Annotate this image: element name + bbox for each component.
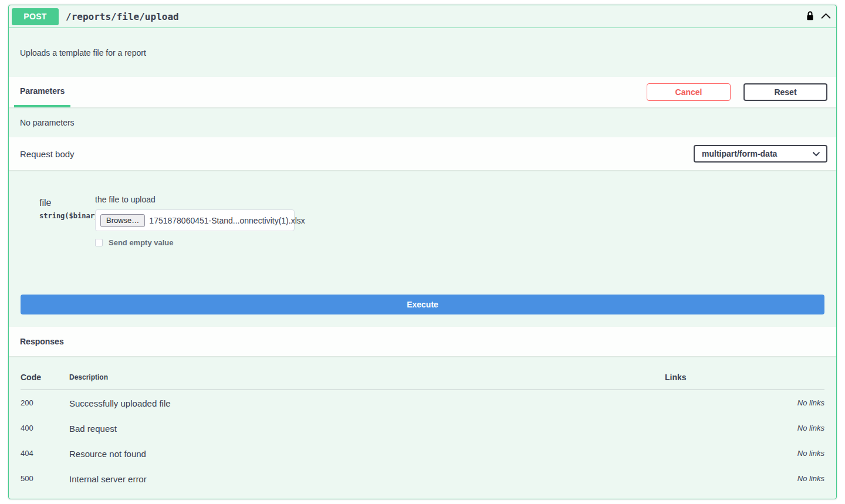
selected-file-name: 1751878060451-Stand...onnectivity(1).xls… [149,216,305,225]
responses-table-wrap: Code Description Links 200 Successfully … [9,356,836,491]
response-description: Bad request [69,415,665,441]
response-description: Resource not found [69,441,665,466]
tab-parameters[interactable]: Parameters [14,77,70,107]
response-links: No links [665,466,824,491]
lock-icon [806,11,814,23]
param-name: file [39,198,95,208]
responses-title: Responses [20,337,64,346]
method-badge: POST [12,8,59,25]
browse-button[interactable]: Browse… [100,214,145,227]
response-code: 400 [21,415,69,441]
endpoint-summary[interactable]: POST /reports/file/upload [9,5,836,28]
response-links: No links [665,390,824,416]
endpoint-description: Uploads a template file for a report [9,28,836,77]
file-input[interactable]: Browse… 1751878060451-Stand...onnectivit… [95,209,295,231]
tab-parameters-label: Parameters [20,86,65,96]
request-body-section-header: Request body multipart/form-data [9,137,836,170]
response-code: 200 [21,390,69,416]
endpoint-path: /reports/file/upload [66,11,179,22]
param-description: the file to upload [95,195,824,204]
response-code: 404 [21,441,69,466]
table-row: 400 Bad request No links [21,415,824,441]
content-type-selected-value: multipart/form-data [702,149,812,158]
column-header-code: Code [21,364,69,390]
endpoint-card: POST /reports/file/upload [8,5,837,499]
send-empty-value-label: Send empty value [109,238,174,247]
param-type: string($binary) [39,212,95,220]
send-empty-value-row: Send empty value [95,238,824,247]
execute-wrapper: Execute [9,295,836,314]
response-links: No links [665,415,824,441]
send-empty-value-checkbox[interactable] [95,239,103,246]
chevron-up-icon [820,12,832,21]
collapse-operation-button[interactable] [820,12,832,21]
content-type-select[interactable]: multipart/form-data [694,145,827,163]
responses-section-header: Responses [9,327,836,356]
response-links: No links [665,441,824,466]
responses-table-header-row: Code Description Links [21,364,824,390]
response-code: 500 [21,466,69,491]
param-name-column: file string($binary) [31,195,95,295]
reset-button[interactable]: Reset [743,83,827,101]
swagger-operation-page: POST /reports/file/upload [0,0,845,504]
parameters-header-buttons: Cancel Reset [647,83,827,101]
response-description: Internal server error [69,466,665,491]
table-row: 200 Successfully uploaded file No links [21,390,824,416]
request-body-content: file string($binary) the file to upload … [9,170,836,295]
cancel-button[interactable]: Cancel [647,83,731,101]
parameters-section-header: Parameters Cancel Reset [9,77,836,107]
response-description: Successfully uploaded file [69,390,665,416]
request-body-label: Request body [20,149,75,159]
column-header-description: Description [69,364,665,390]
responses-table: Code Description Links 200 Successfully … [21,364,824,491]
param-value-column: the file to upload Browse… 1751878060451… [95,195,824,295]
column-header-links: Links [665,364,824,390]
table-row: 500 Internal server error No links [21,466,824,491]
chevron-down-icon [812,148,820,159]
no-parameters-text: No parameters [9,107,836,137]
authorize-lock-button[interactable] [806,11,814,23]
table-row: 404 Resource not found No links [21,441,824,466]
execute-button[interactable]: Execute [21,295,824,314]
